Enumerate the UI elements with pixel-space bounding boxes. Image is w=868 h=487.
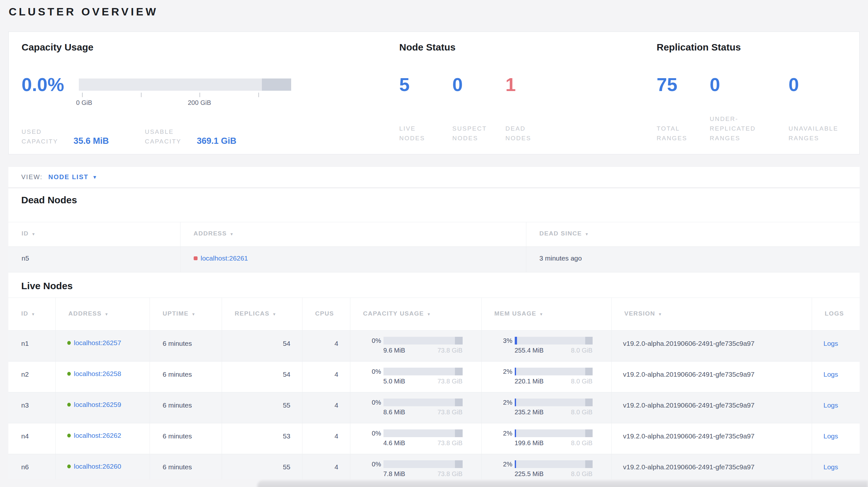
capacity-used-value: 9.6 MiB	[383, 347, 405, 354]
dead-nodes-table-title: Dead Nodes	[8, 189, 860, 206]
live-node-capacity-usage: 0% 8.6 MiB 73.8 GiB	[350, 392, 481, 423]
capacity-percent: 0%	[370, 461, 381, 468]
live-node-address-link[interactable]: localhost:26257	[74, 339, 121, 347]
capacity-used-value: 4.6 MiB	[383, 440, 405, 447]
live-node-replicas: 54	[222, 331, 302, 362]
live-header-uptime[interactable]: UPTIME▼	[150, 298, 222, 331]
mem-reserved-segment	[585, 337, 593, 345]
header-label: CAPACITY USAGE	[363, 310, 424, 317]
sort-desc-icon: ▼	[273, 312, 277, 317]
capacity-usage-title: Capacity Usage	[22, 41, 375, 54]
logs-link[interactable]: Logs	[824, 370, 838, 378]
header-label: VERSION	[624, 310, 655, 317]
live-header-version[interactable]: VERSION▼	[611, 298, 812, 331]
live-node-cpus: 4	[302, 423, 350, 454]
mem-mini-bar	[515, 368, 593, 376]
sort-desc-icon: ▼	[658, 312, 662, 317]
live-node-capacity-usage: 0% 9.6 MiB 73.8 GiB	[350, 331, 481, 362]
nodes-section: Dead Nodes ID▼ ADDRESS▼ DEAD SINCE▼ n5 l…	[8, 189, 860, 479]
live-node-version: v19.2.0-alpha.20190606-2491-gfe735c9a97	[611, 454, 812, 480]
view-selector-bar: VIEW: NODE LIST ▼	[8, 167, 860, 188]
live-nodes-label: LIVE NODES	[399, 124, 452, 143]
header-label: MEM USAGE	[494, 310, 537, 317]
capacity-percent: 0%	[370, 368, 381, 376]
live-node-address-link[interactable]: localhost:26258	[74, 370, 121, 378]
live-status-dot-icon	[67, 433, 71, 437]
usable-capacity-value: 369.1 GiB	[197, 136, 237, 147]
mem-fill	[515, 429, 516, 437]
mem-total-value: 8.0 GiB	[571, 347, 593, 354]
live-node-id: n4	[8, 423, 55, 454]
live-header-id[interactable]: ID▼	[8, 298, 55, 331]
dead-node-row: n5 localhost:26261 3 minutes ago	[8, 247, 860, 272]
live-node-row: n1 localhost:26257 6 minutes 54 4 0%	[8, 331, 860, 362]
under-replicated-ranges-stat: 0 UNDER- REPLICATED RANGES	[710, 74, 788, 143]
dead-header-dead-since[interactable]: DEAD SINCE▼	[526, 222, 860, 247]
live-node-version: v19.2.0-alpha.20190606-2491-gfe735c9a97	[611, 392, 812, 423]
sort-desc-icon: ▼	[191, 312, 196, 317]
logs-link[interactable]: Logs	[824, 340, 838, 347]
live-header-mem-usage[interactable]: MEM USAGE▼	[481, 298, 611, 331]
live-node-replicas: 53	[222, 423, 302, 454]
axis-tick	[82, 93, 83, 97]
mem-fill	[515, 337, 517, 345]
live-node-uptime: 6 minutes	[150, 392, 222, 423]
mem-percent: 2%	[502, 461, 513, 468]
live-node-address-link[interactable]: localhost:26259	[74, 401, 121, 409]
capacity-reserved-segment	[455, 368, 462, 376]
usable-capacity-stat: USABLE CAPACITY 369.1 GiB	[145, 127, 237, 147]
capacity-reserved-segment	[455, 337, 462, 345]
view-dropdown-value: NODE LIST	[48, 173, 89, 181]
axis-tick-label: 200 GiB	[188, 99, 211, 106]
live-header-address[interactable]: ADDRESS▼	[55, 298, 150, 331]
live-node-address-link[interactable]: localhost:26260	[74, 462, 121, 470]
capacity-usage-section: Capacity Usage 0.0% 0 GiB 200 GiB USED C…	[22, 41, 375, 147]
live-node-row: n4 localhost:26262 6 minutes 53 4 0%	[8, 423, 860, 454]
page-title: CLUSTER OVERVIEW	[0, 0, 868, 19]
view-dropdown[interactable]: NODE LIST ▼	[48, 173, 98, 181]
dead-header-id[interactable]: ID▼	[8, 222, 180, 247]
total-ranges-stat: 75 TOTAL RANGES	[657, 74, 710, 143]
total-ranges-label: TOTAL RANGES	[657, 124, 710, 143]
dead-nodes-stat: 1 DEAD NODES	[505, 74, 559, 143]
dead-node-id: n5	[8, 247, 180, 272]
live-node-uptime: 6 minutes	[150, 331, 222, 362]
live-header-replicas[interactable]: REPLICAS▼	[222, 298, 302, 331]
logs-link[interactable]: Logs	[824, 463, 838, 470]
replication-status-title: Replication Status	[657, 41, 863, 54]
live-node-id: n3	[8, 392, 55, 423]
capacity-reserved-segment	[455, 398, 462, 406]
live-node-id: n6	[8, 454, 55, 480]
mem-percent: 2%	[502, 368, 513, 376]
live-node-mem-usage: 2% 235.2 MiB 8.0 GiB	[481, 392, 611, 423]
under-replicated-ranges-label: UNDER- REPLICATED RANGES	[710, 114, 788, 143]
live-header-cpus[interactable]: CPUS	[302, 298, 350, 331]
dead-node-address-link[interactable]: localhost:26261	[201, 254, 248, 262]
used-capacity-value: 35.6 MiB	[74, 136, 109, 147]
live-header-capacity-usage[interactable]: CAPACITY USAGE▼	[350, 298, 481, 331]
view-label: VIEW:	[21, 173, 42, 181]
live-nodes-count: 5	[399, 74, 452, 95]
live-node-id: n2	[8, 362, 55, 392]
mem-mini-bar	[515, 337, 593, 345]
suspect-nodes-label: SUSPECT NODES	[452, 124, 505, 143]
capacity-total-value: 73.8 GiB	[438, 470, 463, 478]
sort-desc-icon: ▼	[230, 232, 234, 236]
dead-nodes-count: 1	[505, 74, 559, 95]
live-status-dot-icon	[67, 464, 71, 468]
live-node-address-link[interactable]: localhost:26262	[74, 432, 121, 440]
dead-header-address[interactable]: ADDRESS▼	[180, 222, 526, 247]
live-nodes-table-title: Live Nodes	[8, 272, 860, 292]
suspect-nodes-stat: 0 SUSPECT NODES	[452, 74, 505, 143]
logs-link[interactable]: Logs	[824, 432, 838, 440]
capacity-reserved-segment	[455, 460, 462, 468]
under-replicated-ranges-count: 0	[710, 74, 788, 95]
mem-total-value: 8.0 GiB	[571, 409, 593, 416]
logs-link[interactable]: Logs	[824, 401, 838, 409]
mem-mini-bar	[515, 460, 593, 468]
capacity-mini-bar	[383, 368, 463, 376]
live-node-uptime: 6 minutes	[150, 454, 222, 480]
capacity-percent: 0%	[370, 399, 381, 406]
capacity-mini-bar	[383, 460, 463, 468]
capacity-used-value: 5.0 MiB	[383, 378, 405, 385]
